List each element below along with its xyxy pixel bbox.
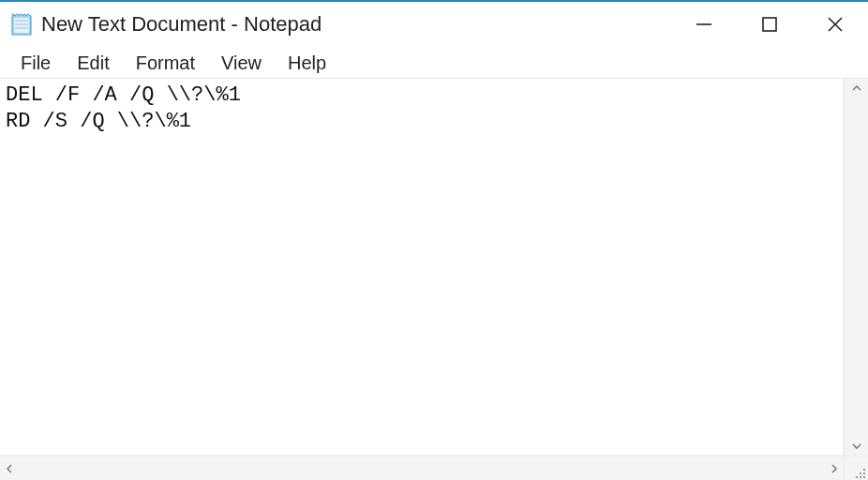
menu-format[interactable]: Format (123, 52, 208, 74)
minimize-button[interactable] (671, 2, 737, 47)
scroll-right-icon[interactable] (829, 463, 840, 474)
maximize-button[interactable] (737, 2, 802, 47)
client-area: DEL /F /A /Q \\?\%1 RD /S /Q \\?\%1 (0, 79, 868, 480)
menu-bar: File Edit Format View Help (0, 47, 868, 79)
notepad-icon (9, 12, 34, 37)
menu-edit[interactable]: Edit (64, 52, 122, 74)
resize-grip[interactable] (844, 456, 868, 480)
svg-rect-0 (13, 17, 30, 34)
scroll-down-icon[interactable] (851, 441, 862, 452)
title-bar[interactable]: New Text Document - Notepad (0, 2, 868, 47)
vertical-scrollbar[interactable] (844, 79, 868, 456)
menu-file[interactable]: File (7, 52, 64, 74)
window-title: New Text Document - Notepad (41, 14, 322, 35)
svg-rect-5 (763, 18, 776, 31)
menu-help[interactable]: Help (275, 52, 339, 74)
window-controls (671, 2, 868, 47)
close-button[interactable] (802, 2, 868, 47)
notepad-window: New Text Document - Notepad File Edit Fo… (0, 0, 868, 480)
text-editor[interactable]: DEL /F /A /Q \\?\%1 RD /S /Q \\?\%1 (0, 79, 844, 456)
scroll-up-icon[interactable] (851, 82, 862, 94)
scroll-left-icon[interactable] (4, 463, 15, 474)
horizontal-scrollbar[interactable] (0, 456, 844, 480)
menu-view[interactable]: View (208, 52, 275, 74)
